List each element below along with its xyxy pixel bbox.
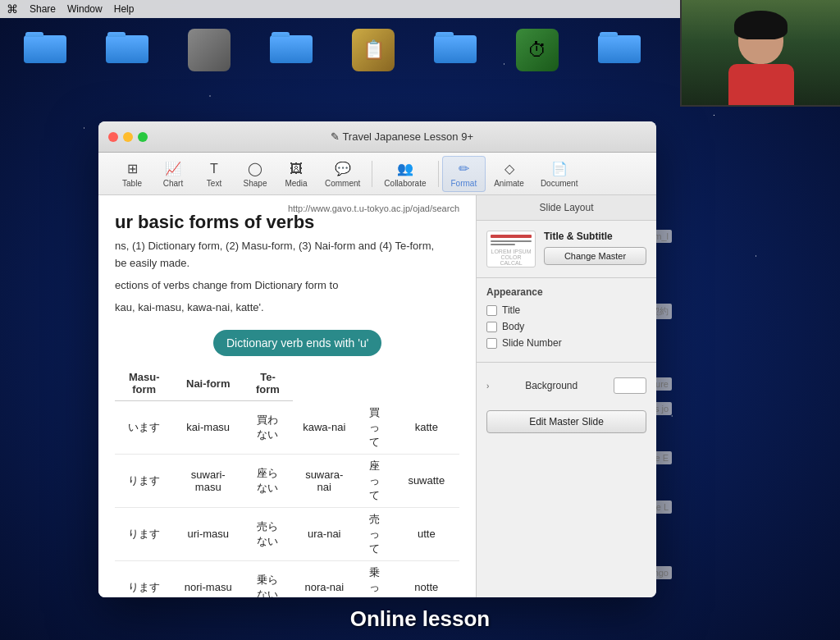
menu-share[interactable]: Share <box>30 3 56 15</box>
webcam-head <box>738 15 783 64</box>
table-cell: 乗らない <box>243 560 293 597</box>
table-cell: nori-masu <box>173 560 243 597</box>
desktop-icon-5[interactable]: 📋 <box>345 29 402 71</box>
toolbar-chart[interactable]: 📈 Chart <box>153 157 194 191</box>
table-cell: ura-nai <box>293 507 356 560</box>
text-icon: T <box>205 160 223 178</box>
body-checkbox[interactable] <box>486 322 497 332</box>
toolbar-table[interactable]: ⊞ Table <box>112 157 153 191</box>
table-cell: uri-masu <box>173 507 243 560</box>
layout-thumbnail: LOREM IPSUM COLOR CALCAL <box>486 231 536 267</box>
toolbar-document-label: Document <box>541 179 578 188</box>
desktop-icon-3[interactable] <box>180 29 238 71</box>
toolbar-media-label: Media <box>285 179 307 188</box>
slide-note3: kau, kai-masu, kawa-nai, katte'. <box>115 301 459 313</box>
window-titlebar: ✎ Travel Japanese Lesson 9+ <box>98 121 656 153</box>
table-cell: nora-nai <box>293 560 356 597</box>
toolbar-format[interactable]: ✏ Format <box>442 156 486 192</box>
slidenumber-checkbox[interactable] <box>486 338 497 349</box>
table-cell: suwatte <box>394 454 459 507</box>
edit-master-slide-button[interactable]: Edit Master Slide <box>486 410 646 433</box>
body-checkbox-label: Body <box>502 321 524 332</box>
layout-info: Title & Subtitle Change Master <box>544 231 646 265</box>
toolbar-comment[interactable]: 💬 Comment <box>317 157 368 191</box>
table-cell: 座らない <box>243 454 293 507</box>
table-cell: katte <box>394 401 459 455</box>
desktop-icon-1[interactable] <box>16 29 74 71</box>
table-cell: 買って <box>356 401 394 455</box>
body-checkbox-row: Body <box>486 321 646 332</box>
table-cell: suwari-masu <box>173 454 243 507</box>
main-content: http://www.gavo.t.u-tokyo.ac.jp/ojad/sea… <box>98 195 656 597</box>
table-cell: ります <box>115 507 173 560</box>
table-cell: utte <box>394 507 459 560</box>
table-cell: kawa-nai <box>293 401 356 455</box>
toolbar-animate[interactable]: ◇ Animate <box>486 157 532 191</box>
table-cell: suwara-nai <box>293 454 356 507</box>
slide-subtitle: ns, (1) Dictionary form, (2) Masu-form, … <box>115 240 459 252</box>
menu-help[interactable]: Help <box>114 3 135 15</box>
menu-window[interactable]: Window <box>67 3 103 15</box>
title-checkbox[interactable] <box>486 305 497 316</box>
slide-area: http://www.gavo.t.u-tokyo.ac.jp/ojad/sea… <box>98 195 476 597</box>
table-icon: ⊞ <box>123 160 141 178</box>
webcam-body <box>728 64 794 105</box>
toolbar-shape[interactable]: ◯ Shape <box>235 157 276 191</box>
table-cell: 売って <box>356 507 394 560</box>
background-label: Background <box>525 380 578 391</box>
desktop-icon-7[interactable]: ⏱ <box>509 29 566 71</box>
close-button[interactable] <box>108 132 118 142</box>
collaborate-icon: 👥 <box>396 160 414 178</box>
slide-title: ur basic forms of verbs <box>115 212 459 233</box>
toolbar-collaborate[interactable]: 👥 Collaborate <box>376 157 434 191</box>
col-header-masu: Masu-form <box>115 366 173 401</box>
toolbar-comment-label: Comment <box>325 179 360 188</box>
table-row: りますuri-masu売らないura-nai売ってutte <box>115 507 459 560</box>
thumb-text-2 <box>491 244 515 245</box>
layout-name: Title & Subtitle <box>544 231 646 242</box>
title-checkbox-row: Title <box>486 304 646 316</box>
panel-title: Slide Layout <box>477 195 656 221</box>
change-master-button[interactable]: Change Master <box>544 247 646 265</box>
background-section: › Background <box>477 362 656 402</box>
format-icon: ✏ <box>454 160 472 178</box>
online-lesson-label: Online lesson <box>350 606 491 632</box>
media-icon: 🖼 <box>287 160 305 178</box>
desktop-icon-2[interactable] <box>98 29 156 71</box>
slidenumber-checkbox-label: Slide Number <box>502 337 562 349</box>
toolbar-document[interactable]: 📄 Document <box>532 157 587 191</box>
desktop-icon-6[interactable] <box>427 29 484 71</box>
maximize-button[interactable] <box>138 132 148 142</box>
slide-note2: ections of verbs change from Dictionary … <box>115 279 459 291</box>
slide-layout-panel: Slide Layout LOREM IPSUM COLOR CALCAL Ti… <box>476 195 656 597</box>
toolbar-media[interactable]: 🖼 Media <box>276 157 317 191</box>
toolbar-divider-2 <box>438 161 439 187</box>
toolbar-format-label: Format <box>451 179 477 188</box>
animate-icon: ◇ <box>500 160 518 178</box>
desktop-icon-4[interactable] <box>262 29 320 71</box>
appearance-section: Appearance Title Body Slide Number <box>477 277 656 362</box>
slide-url: http://www.gavo.t.u-tokyo.ac.jp/ojad/sea… <box>288 203 459 213</box>
table-cell: 乗って <box>356 560 394 597</box>
minimize-button[interactable] <box>123 132 133 142</box>
table-cell: ります <box>115 560 173 597</box>
thumb-label: LOREM IPSUM COLOR CALCAL <box>491 249 532 266</box>
chart-icon: 📈 <box>164 160 182 178</box>
apple-menu[interactable]: ⌘ <box>7 2 18 16</box>
title-checkbox-label: Title <box>502 304 520 316</box>
background-color-swatch[interactable] <box>614 377 646 394</box>
desktop-icon-8[interactable] <box>591 29 648 71</box>
toolbar-text[interactable]: T Text <box>194 157 235 191</box>
callout-bubble: Dictionary verb ends with 'u' <box>213 330 381 356</box>
table-cell: ります <box>115 454 173 507</box>
background-arrow: › <box>486 382 489 391</box>
background-row: › Background <box>486 377 646 394</box>
appearance-label: Appearance <box>486 286 646 298</box>
table-cell: kai-masu <box>173 401 243 455</box>
document-icon: 📄 <box>550 160 568 178</box>
table-cell: 座って <box>356 454 394 507</box>
toolbar-text-label: Text <box>207 179 221 188</box>
webcam-figure <box>738 7 783 64</box>
toolbar-collaborate-label: Collaborate <box>384 179 426 188</box>
toolbar-shape-label: Shape <box>244 179 267 188</box>
